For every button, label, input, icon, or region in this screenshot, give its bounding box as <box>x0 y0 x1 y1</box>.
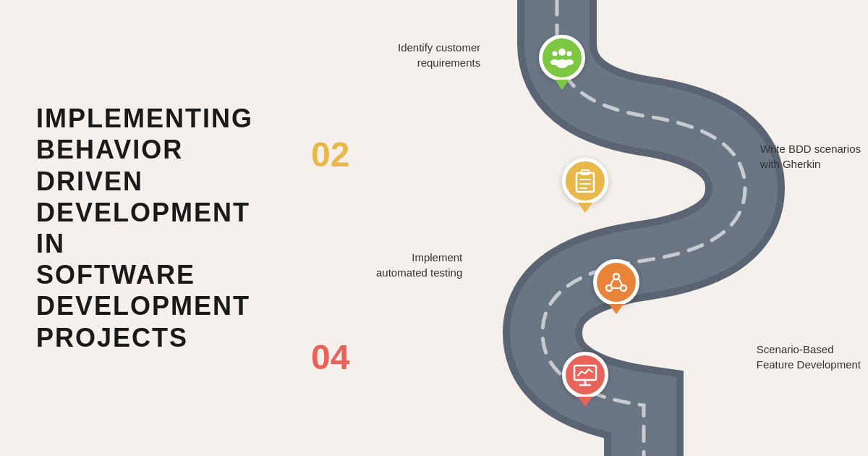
pin-2-tail <box>578 203 592 213</box>
step-2-number: 02 <box>311 138 349 172</box>
step-3-label: Implement automated testing <box>376 250 462 280</box>
svg-point-12 <box>606 285 612 291</box>
svg-point-2 <box>553 51 558 56</box>
pin-3-circle <box>593 259 639 305</box>
svg-point-0 <box>558 48 566 56</box>
main-title: IMPLEMENTING BEHAVIOR DRIVEN DEVELOPMENT… <box>36 103 268 353</box>
clipboard-icon <box>573 168 597 194</box>
pin-4-circle <box>562 352 608 398</box>
network-icon <box>603 269 629 295</box>
pin-2-circle <box>562 158 608 204</box>
right-panel: Identify customer requirements 02 Write … <box>304 0 868 456</box>
svg-line-15 <box>619 279 622 285</box>
pin-1 <box>539 35 585 90</box>
people-icon <box>549 45 575 71</box>
svg-point-3 <box>550 59 559 65</box>
pin-4 <box>562 352 608 407</box>
left-panel: IMPLEMENTING BEHAVIOR DRIVEN DEVELOPMENT… <box>0 74 304 382</box>
svg-point-13 <box>621 285 626 291</box>
pin-1-circle <box>539 35 585 81</box>
svg-point-11 <box>613 274 619 279</box>
step-1-label: Identify customer requirements <box>398 40 480 70</box>
step-4-number: 04 <box>311 340 349 375</box>
pin-3 <box>593 259 639 314</box>
step-4-label: Scenario-Based Feature Development <box>757 342 861 372</box>
pin-3-tail <box>609 304 624 314</box>
svg-rect-6 <box>576 173 594 192</box>
svg-line-14 <box>610 279 613 285</box>
pin-4-tail <box>578 397 592 407</box>
svg-point-4 <box>567 51 572 56</box>
pin-1-tail <box>555 80 569 90</box>
pin-2 <box>562 158 608 213</box>
step-2-label: Write BDD scenarios with Gherkin <box>760 141 861 172</box>
svg-point-5 <box>565 59 574 65</box>
chart-icon <box>572 363 598 387</box>
